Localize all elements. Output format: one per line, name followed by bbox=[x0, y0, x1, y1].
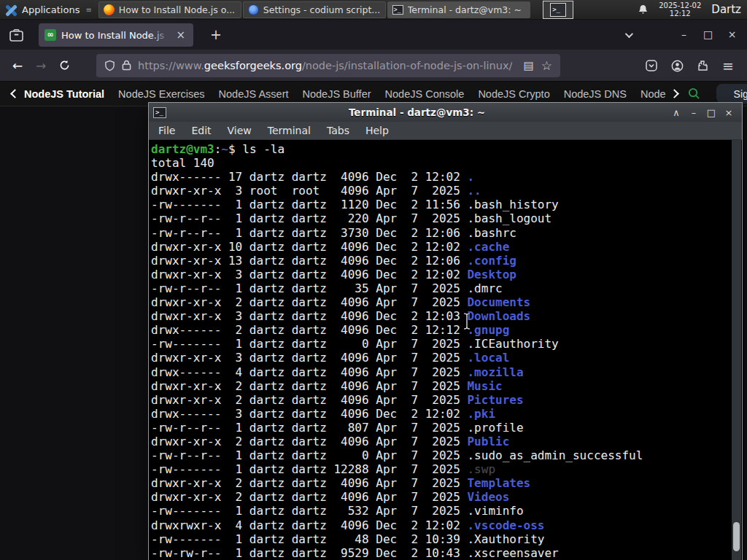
nav-scroll-right-icon[interactable] bbox=[670, 89, 679, 98]
minimize-button[interactable]: – bbox=[672, 24, 696, 44]
terminal-line: drwxr-xr-x 2 dartz dartz 4096 Apr 7 2025… bbox=[151, 393, 732, 407]
browser-tab-active[interactable]: ∞ How to Install Node.js on × bbox=[39, 23, 193, 47]
terminal-line: -rw------- 1 dartz dartz 1120 Dec 2 11:5… bbox=[151, 198, 732, 211]
nav-link-tutorial[interactable]: NodeJS Tutorial bbox=[24, 88, 104, 100]
file-meta: -rw------- 1 dartz dartz 532 Apr 7 2025 bbox=[151, 504, 467, 518]
taskbar-button-settings[interactable]: Settings - codium script... bbox=[243, 1, 386, 18]
url-bar[interactable]: https://www.geeksforgeeks.org/node-js/in… bbox=[96, 54, 560, 77]
tray-terminal-icon[interactable]: >_ bbox=[543, 1, 573, 19]
shade-button[interactable]: ∧ bbox=[667, 105, 685, 120]
menu-view[interactable]: View bbox=[220, 122, 260, 139]
nav-link[interactable]: Node bbox=[640, 88, 666, 100]
reload-button[interactable] bbox=[53, 55, 76, 77]
tab-bar: ∞ How to Install Node.js on × + – □ × bbox=[0, 20, 747, 50]
file-name: Templates bbox=[467, 476, 530, 490]
file-name: Music bbox=[467, 379, 502, 393]
nav-link[interactable]: NodeJS Exercises bbox=[118, 88, 204, 100]
applications-menu-button[interactable]: Applications ≡ bbox=[0, 0, 97, 19]
file-meta: drwx------ 3 dartz dartz 4096 Dec 2 12:0… bbox=[151, 407, 467, 421]
terminal-total-line: total 140 bbox=[151, 156, 732, 170]
terminal-line: drwxr-xr-x 10 dartz dartz 4096 Dec 2 12:… bbox=[151, 240, 732, 254]
terminal-scrollbar[interactable] bbox=[732, 140, 741, 560]
panel-clock[interactable]: 2025-12-02 12:12 bbox=[659, 1, 701, 18]
terminal-line: drwxr-xr-x 3 root root 4096 Apr 7 2025 .… bbox=[151, 184, 732, 198]
list-all-tabs-icon[interactable] bbox=[620, 28, 636, 42]
bookmark-star-icon[interactable]: ☆ bbox=[541, 58, 552, 73]
extensions-puzzle-icon[interactable] bbox=[691, 55, 714, 77]
nav-scroll-left-icon[interactable] bbox=[10, 89, 20, 98]
file-meta: drwxr-xr-x 2 dartz dartz 4096 Apr 7 2025 bbox=[151, 379, 467, 393]
file-name: .dmrc bbox=[467, 281, 502, 295]
tab-close-icon[interactable]: × bbox=[174, 29, 187, 42]
file-name: .sudo_as_admin_successful bbox=[467, 448, 643, 462]
file-name: .config bbox=[467, 254, 516, 268]
account-icon[interactable] bbox=[665, 55, 689, 77]
nav-link[interactable]: NodeJS Buffer bbox=[303, 88, 371, 100]
terminal-line: -rw------- 1 dartz dartz 48 Dec 2 10:39 … bbox=[151, 532, 732, 546]
file-name: .ICEauthority bbox=[467, 337, 558, 351]
taskbar-button-terminal[interactable]: >_ Terminal - dartz@vm3: ~ bbox=[387, 1, 530, 18]
terminal-window-title: Terminal - dartz@vm3: ~ bbox=[166, 106, 667, 118]
grip-icon: ≡ bbox=[85, 6, 91, 14]
nav-link[interactable]: NodeJS DNS bbox=[564, 88, 627, 100]
file-meta: drwxr-xr-x 2 dartz dartz 4096 Apr 7 2025 bbox=[151, 490, 467, 504]
file-name: .mozilla bbox=[467, 365, 523, 379]
back-button[interactable]: ← bbox=[6, 55, 29, 77]
panel-user-label: Dartz bbox=[711, 3, 741, 16]
menu-edit[interactable]: Edit bbox=[183, 122, 219, 139]
sign-in-button[interactable]: Sign In bbox=[716, 84, 747, 104]
terminal-screen[interactable]: dartz@vm3:~$ ls -la total 140 drwx------… bbox=[149, 140, 742, 560]
file-meta: drwx------ 17 dartz dartz 4096 Dec 2 12:… bbox=[151, 170, 467, 184]
file-name: .bashrc bbox=[467, 226, 516, 240]
terminal-line: drwx------ 4 dartz dartz 4096 Apr 7 2025… bbox=[151, 365, 732, 379]
firefox-view-icon[interactable] bbox=[7, 26, 25, 44]
reader-view-icon[interactable]: ▤ bbox=[524, 59, 534, 72]
menu-file[interactable]: File bbox=[150, 122, 183, 139]
terminal-prompt-line: dartz@vm3:~$ ls -la bbox=[151, 142, 732, 156]
maximize-button[interactable]: □ bbox=[696, 24, 720, 44]
terminal-listing: drwx------ 17 dartz dartz 4096 Dec 2 12:… bbox=[151, 170, 732, 560]
terminal-line: drwx------ 17 dartz dartz 4096 Dec 2 12:… bbox=[151, 170, 732, 184]
forward-button[interactable]: → bbox=[29, 55, 53, 77]
taskbar-button-firefox[interactable]: How to Install Node.js o... bbox=[98, 1, 241, 18]
close-button[interactable]: × bbox=[720, 24, 744, 44]
terminal-line: -rw-r--r-- 1 dartz dartz 3730 Dec 2 12:0… bbox=[151, 226, 732, 240]
menu-help[interactable]: Help bbox=[357, 122, 397, 139]
new-tab-button[interactable]: + bbox=[206, 26, 225, 44]
terminal-line: -rw-r--r-- 1 dartz dartz 220 Apr 7 2025 … bbox=[151, 211, 732, 225]
menu-tabs[interactable]: Tabs bbox=[319, 122, 357, 139]
file-meta: drwxr-xr-x 3 dartz dartz 4096 Apr 7 2025 bbox=[151, 351, 467, 365]
pocket-icon[interactable] bbox=[640, 55, 663, 77]
minimize-button[interactable]: – bbox=[685, 105, 703, 120]
terminal-line: -rw------- 1 dartz dartz 0 Apr 7 2025 .I… bbox=[151, 337, 732, 351]
nav-link[interactable]: NodeJS Console bbox=[385, 88, 465, 100]
clock-date: 2025-12-02 bbox=[659, 1, 701, 9]
close-button[interactable]: × bbox=[720, 105, 738, 120]
file-name: Desktop bbox=[467, 268, 516, 281]
file-meta: drwxr-xr-x 3 root root 4096 Apr 7 2025 bbox=[151, 184, 467, 198]
hamburger-menu-icon[interactable]: ≡ bbox=[716, 55, 740, 77]
lock-icon[interactable] bbox=[122, 60, 131, 71]
file-meta: drwxr-xr-x 3 dartz dartz 4096 Dec 2 12:0… bbox=[151, 268, 467, 281]
notification-bell-icon[interactable] bbox=[638, 4, 649, 15]
file-meta: drwxr-xr-x 2 dartz dartz 4096 Apr 7 2025 bbox=[151, 393, 467, 407]
terminal-line: -rw------- 1 dartz dartz 532 Apr 7 2025 … bbox=[151, 504, 732, 518]
scrollbar-thumb[interactable] bbox=[733, 522, 740, 551]
file-name: Downloads bbox=[467, 309, 530, 323]
tracking-shield-icon[interactable] bbox=[104, 60, 115, 71]
terminal-icon: >_ bbox=[550, 3, 566, 17]
browser-toolbar: ← → https://www.geeksforgeeks.org/node-j… bbox=[0, 50, 747, 82]
file-name: .bash_logout bbox=[467, 211, 551, 225]
terminal-titlebar[interactable]: >_ Terminal - dartz@vm3: ~ ∧ – □ × bbox=[149, 103, 742, 122]
file-meta: -rw-r--r-- 1 dartz dartz 220 Apr 7 2025 bbox=[151, 211, 467, 225]
file-name: . bbox=[467, 170, 474, 184]
terminal-line: drwxr-xr-x 2 dartz dartz 4096 Apr 7 2025… bbox=[151, 476, 732, 490]
file-meta: -rw-r--r-- 1 dartz dartz 3730 Dec 2 12:0… bbox=[151, 226, 467, 240]
nav-link[interactable]: NodeJS Assert bbox=[219, 88, 289, 100]
menu-terminal[interactable]: Terminal bbox=[260, 122, 319, 139]
file-name: Pictures bbox=[467, 393, 523, 407]
file-name: .viminfo bbox=[467, 504, 523, 518]
search-icon[interactable] bbox=[688, 88, 700, 100]
nav-link[interactable]: NodeJS Crypto bbox=[478, 88, 549, 100]
maximize-button[interactable]: □ bbox=[703, 105, 720, 120]
